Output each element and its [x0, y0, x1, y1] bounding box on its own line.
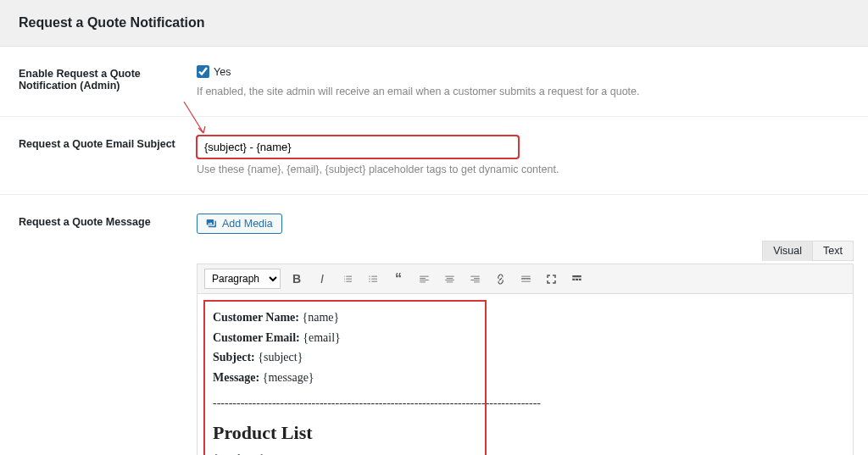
svg-rect-3 — [578, 278, 581, 280]
editor-toolbar: Paragraph B I “ — [198, 264, 853, 294]
align-left-button[interactable] — [415, 269, 433, 288]
svg-rect-2 — [576, 278, 578, 280]
content-name-val: {name} — [303, 311, 340, 324]
enable-checkbox-label: Yes — [214, 66, 231, 78]
content-subject-label: Subject: — [213, 351, 255, 363]
subject-input[interactable] — [197, 136, 519, 158]
bullet-list-button[interactable] — [338, 269, 357, 288]
svg-rect-1 — [572, 278, 575, 280]
content-message-val: {message} — [263, 371, 314, 384]
message-label: Request a Quote Message — [19, 214, 197, 228]
page-title: Request a Quote Notification — [19, 15, 849, 31]
bold-button[interactable]: B — [287, 269, 306, 288]
add-media-label: Add Media — [222, 218, 273, 230]
tab-visual[interactable]: Visual — [762, 241, 813, 261]
svg-rect-0 — [572, 275, 581, 277]
italic-button[interactable]: I — [313, 269, 331, 288]
number-list-button[interactable] — [364, 269, 382, 288]
fullscreen-button[interactable] — [542, 269, 560, 288]
link-button[interactable] — [491, 269, 509, 288]
align-right-button[interactable] — [465, 269, 484, 288]
enable-checkbox-wrap[interactable]: Yes — [197, 65, 231, 78]
enable-help: If enabled, the site admin will receive … — [197, 86, 849, 97]
enable-label: Enable Request a Quote Notification (Adm… — [19, 65, 197, 92]
content-name-label: Customer Name: — [213, 311, 299, 324]
enable-checkbox[interactable] — [197, 65, 209, 78]
content-email-label: Customer Email: — [213, 331, 300, 344]
editor-wrap: Paragraph B I “ — [197, 264, 854, 455]
enable-section: Enable Request a Quote Notification (Adm… — [0, 47, 868, 117]
content-products: {products} — [213, 450, 837, 455]
editor-body[interactable]: Customer Name: {name} Customer Email: {e… — [198, 294, 853, 455]
page-header: Request a Quote Notification — [0, 0, 868, 47]
add-media-button[interactable]: Add Media — [197, 214, 282, 234]
media-icon — [206, 218, 218, 230]
subject-section: Request a Quote Email Subject Use these … — [0, 117, 868, 195]
subject-label: Request a Quote Email Subject — [19, 136, 197, 150]
content-email-val: {email} — [303, 331, 341, 344]
content-message-label: Message: — [213, 371, 259, 384]
quote-button[interactable]: “ — [389, 269, 408, 288]
readmore-button[interactable] — [516, 269, 535, 288]
tab-text[interactable]: Text — [812, 241, 854, 261]
subject-help: Use these {name}, {email}, {subject} pla… — [197, 164, 849, 175]
content-subject-val: {subject} — [258, 351, 303, 363]
format-select[interactable]: Paragraph — [204, 269, 281, 289]
message-section: Request a Quote Message Add Media Visual… — [0, 195, 868, 455]
content-divider: ----------------------------------------… — [213, 394, 837, 413]
align-center-button[interactable] — [440, 269, 459, 288]
editor-tabs: Visual Text — [763, 241, 854, 261]
content-heading: Product List — [213, 419, 837, 447]
toolbar-toggle-button[interactable] — [567, 269, 586, 288]
